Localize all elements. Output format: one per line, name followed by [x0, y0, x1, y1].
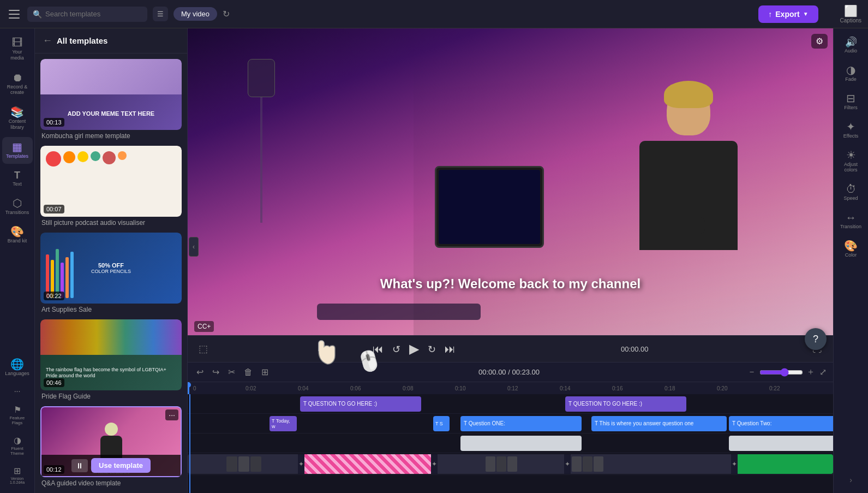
- sidebar-item-record[interactable]: ⏺ Record &create: [2, 68, 33, 100]
- back-button[interactable]: ←: [43, 35, 52, 46]
- use-template-button[interactable]: Use template: [91, 458, 151, 473]
- sidebar-item-transitions[interactable]: ⬡ Transitions: [2, 193, 33, 219]
- right-panel-filters[interactable]: ⊟ Filters: [836, 88, 866, 115]
- playhead[interactable]: [189, 394, 190, 493]
- template-thumb-pride[interactable]: The rainbow flag has become the symbol o…: [40, 319, 182, 390]
- clip-question-1[interactable]: T QUESTION TO GO HERE :): [300, 396, 421, 412]
- template-kombucha[interactable]: ADD YOUR MEME TEXT HERE 00:13 Kombucha g…: [40, 59, 182, 140]
- expand-timeline-button[interactable]: ⤢: [819, 367, 827, 377]
- template-podcast[interactable]: 00:07 Still picture podcast audio visual…: [40, 146, 182, 227]
- export-button[interactable]: ↑ Export ▼: [758, 5, 818, 23]
- right-panel-collapse-button[interactable]: ›: [845, 471, 857, 489]
- sidebar-item-more[interactable]: ···: [2, 383, 33, 399]
- preview-pause-button[interactable]: ⏸: [71, 459, 88, 472]
- template-thumb-kombucha[interactable]: ADD YOUR MEME TEXT HERE 00:13: [40, 59, 182, 130]
- video-clip-green[interactable]: [737, 454, 833, 474]
- video-clip-3[interactable]: [570, 454, 733, 474]
- template-thumb-art[interactable]: 50% OFF COLOR PENCILS 00:22: [40, 233, 182, 304]
- cut-marker-2[interactable]: ✦: [431, 454, 438, 474]
- right-panel-fade[interactable]: ◑ Fade: [836, 60, 866, 86]
- cut-marker-1[interactable]: ✦: [298, 454, 304, 474]
- undo-button[interactable]: ↩: [194, 366, 206, 378]
- sidebar-item-text[interactable]: T Text: [2, 166, 33, 191]
- clip-white-2[interactable]: [729, 436, 833, 451]
- template-options-button[interactable]: ···: [165, 409, 178, 420]
- clip-question-2[interactable]: T QUESTION TO GO HERE :): [565, 396, 686, 412]
- skip-back-button[interactable]: ⏮: [372, 342, 385, 357]
- cut-marker-3[interactable]: ✦: [564, 454, 571, 474]
- refresh-button[interactable]: ↻: [223, 9, 230, 19]
- template-qa[interactable]: I think, therefore I am.— René Descartes…: [40, 406, 182, 488]
- captions-button[interactable]: ⬜ Captions: [840, 4, 861, 23]
- zoom-in-button[interactable]: ＋: [806, 366, 815, 378]
- copy-button[interactable]: ⊞: [259, 366, 271, 378]
- redo-button[interactable]: ↪: [210, 366, 222, 378]
- zoom-out-button[interactable]: －: [747, 366, 756, 378]
- template-pride-flag[interactable]: The rainbow flag has become the symbol o…: [40, 319, 182, 401]
- timeline-area: ↩ ↪ ✂ 🗑 ⊞ 00:00.00 / 00:23.00: [188, 362, 833, 493]
- more-icon: ···: [14, 387, 21, 395]
- cut-button[interactable]: ✂: [226, 366, 237, 378]
- cut-marker-4[interactable]: ✦: [731, 454, 738, 474]
- sidebar-item-content-library[interactable]: 📚 Content library: [2, 102, 33, 135]
- transition-icon: ↔: [846, 212, 857, 223]
- right-panel-transition[interactable]: ↔ Transition: [836, 207, 866, 234]
- video-settings-button[interactable]: ⚙: [811, 34, 828, 49]
- audio-label: Audio: [845, 48, 857, 54]
- cc-button[interactable]: ⬚: [199, 343, 208, 355]
- template-thumb-qa[interactable]: I think, therefore I am.— René Descartes…: [40, 406, 182, 477]
- clip-answer[interactable]: T This is where you answer question one: [591, 416, 727, 431]
- play-icon: ▶: [409, 341, 419, 356]
- right-panel-audio[interactable]: 🔊 Audio: [836, 33, 866, 58]
- right-panel-speed[interactable]: ⏱ Speed: [836, 179, 866, 205]
- sidebar-item-feature-flags[interactable]: ⚑ Feature Flags: [2, 401, 33, 430]
- audio-icon: 🔊: [845, 37, 857, 47]
- sidebar-item-languages[interactable]: 🌐 Languages: [2, 354, 33, 381]
- adjust-colors-label: Adjust colors: [838, 162, 864, 173]
- templates-label: Templates: [6, 153, 28, 159]
- clip-white-1[interactable]: [460, 436, 582, 451]
- speed-icon: ⏱: [846, 183, 857, 194]
- search-input[interactable]: [45, 10, 122, 18]
- ruler-mark-11: 0:22: [769, 385, 822, 391]
- adjust-colors-icon: ☀: [846, 150, 856, 161]
- template-art-supplies[interactable]: 50% OFF COLOR PENCILS 00:22 Art Supplies…: [40, 233, 182, 314]
- video-clip-2[interactable]: [436, 454, 566, 474]
- fluent-theme-label: Fluent Theme: [5, 446, 29, 456]
- filter-button[interactable]: ☰: [153, 7, 168, 21]
- template-thumb-podcast[interactable]: 00:07: [40, 146, 182, 217]
- zoom-slider[interactable]: [759, 368, 803, 377]
- feature-flags-label: Feature Flags: [5, 415, 29, 425]
- collapse-panel-button[interactable]: ‹: [189, 237, 199, 257]
- clip-question-two[interactable]: T Question Two:: [729, 416, 833, 431]
- clip-today[interactable]: T Today, w: [270, 416, 297, 431]
- my-video-tab[interactable]: My video: [173, 7, 217, 21]
- sidebar-item-templates[interactable]: ▦ Templates: [2, 137, 33, 164]
- fast-forward-button[interactable]: ↻: [427, 342, 437, 357]
- template-duration-kombucha: 00:13: [44, 118, 64, 127]
- help-button[interactable]: ?: [805, 328, 827, 350]
- ruler-mark-4: 0:08: [403, 385, 455, 391]
- right-panel-effects[interactable]: ✦ Effects: [836, 117, 866, 143]
- cc-overlay-button[interactable]: CC+: [194, 321, 214, 331]
- export-label: Export: [775, 10, 799, 19]
- video-clip-pink[interactable]: [303, 454, 433, 474]
- template-duration-art: 00:22: [44, 292, 64, 300]
- sidebar-item-brand-kit[interactable]: 🎨 Brand kit: [2, 222, 33, 248]
- rewind-button[interactable]: ↺: [391, 342, 402, 357]
- right-panel-adjust-colors[interactable]: ☀ Adjust colors: [836, 145, 866, 177]
- delete-button[interactable]: 🗑: [242, 366, 255, 378]
- video-clip-1[interactable]: [188, 454, 300, 474]
- play-button[interactable]: ▶: [408, 340, 420, 358]
- sidebar-item-your-media[interactable]: 🎞 Your media: [2, 33, 33, 66]
- search-box[interactable]: 🔍: [27, 7, 147, 22]
- sidebar-item-fluent-theme[interactable]: ◑ Fluent Theme: [2, 432, 33, 460]
- clip-s[interactable]: T S: [433, 416, 450, 431]
- template-label-art: Art Supplies Sale: [40, 304, 182, 314]
- clip-question-one[interactable]: T Question ONE:: [460, 416, 582, 431]
- sidebar-item-version[interactable]: ⊞ Version 1.0.2d4a: [2, 462, 33, 489]
- menu-icon[interactable]: [7, 7, 22, 22]
- right-panel-color[interactable]: 🎨 Color: [836, 236, 866, 262]
- brand-kit-icon: 🎨: [10, 226, 24, 237]
- skip-forward-button[interactable]: ⏭: [444, 342, 457, 357]
